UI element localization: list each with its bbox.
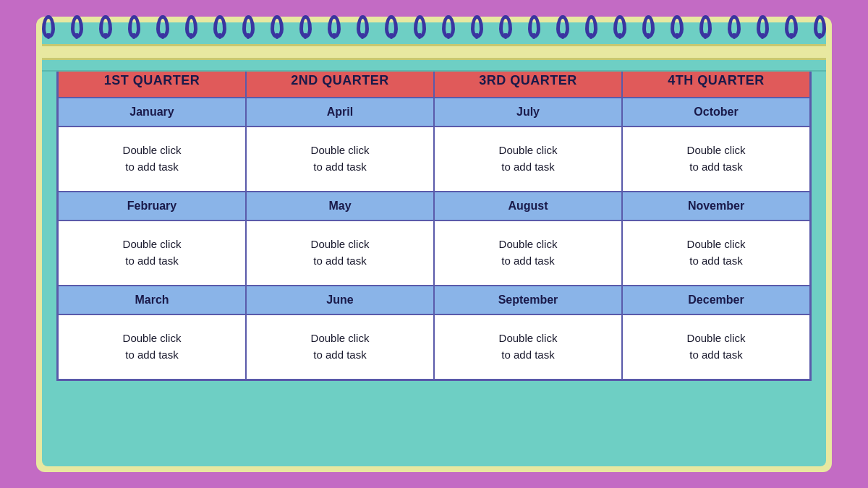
task-mar[interactable]: Double clickto add task bbox=[58, 314, 246, 380]
task-oct[interactable]: Double clickto add task bbox=[622, 127, 810, 192]
month-april: April bbox=[246, 98, 434, 127]
task-sep[interactable]: Double clickto add task bbox=[434, 314, 622, 380]
task-apr[interactable]: Double clickto add task bbox=[246, 127, 434, 192]
task-may[interactable]: Double clickto add task bbox=[246, 221, 434, 286]
month-october: October bbox=[622, 98, 810, 127]
task-feb[interactable]: Double clickto add task bbox=[58, 221, 246, 286]
spiral-4 bbox=[128, 15, 141, 38]
month-december: December bbox=[622, 286, 810, 314]
spiral-20 bbox=[585, 15, 598, 38]
spiral-9 bbox=[271, 15, 284, 38]
month-june: June bbox=[246, 286, 434, 314]
spiral-8 bbox=[242, 15, 255, 38]
month-may: May bbox=[246, 192, 434, 221]
spiral-1 bbox=[42, 15, 55, 38]
spiral-21 bbox=[613, 15, 626, 38]
month-november: November bbox=[622, 192, 810, 221]
spiral-11 bbox=[328, 15, 341, 38]
task-jul[interactable]: Double clickto add task bbox=[434, 127, 622, 192]
task-aug[interactable]: Double clickto add task bbox=[434, 221, 622, 286]
spiral-14 bbox=[414, 15, 427, 38]
month-january: January bbox=[58, 98, 246, 127]
spiral-15 bbox=[442, 15, 455, 38]
spiral-6 bbox=[185, 15, 198, 38]
spiral-band bbox=[42, 44, 826, 60]
spiral-26 bbox=[757, 15, 770, 38]
spiral-3 bbox=[99, 15, 112, 38]
yearly-planner-grid: 1ST QUARTER 2ND QUARTER 3RD QUARTER 4TH … bbox=[56, 62, 812, 381]
month-february: February bbox=[58, 192, 246, 221]
spiral-band-inner bbox=[42, 60, 826, 72]
month-july: July bbox=[434, 98, 622, 127]
spiral-16 bbox=[471, 15, 484, 38]
month-august: August bbox=[434, 192, 622, 221]
task-dec[interactable]: Double clickto add task bbox=[622, 314, 810, 380]
task-nov[interactable]: Double clickto add task bbox=[622, 221, 810, 286]
spiral-13 bbox=[385, 15, 398, 38]
month-march: March bbox=[58, 286, 246, 314]
spiral-22 bbox=[642, 15, 655, 38]
task-jun[interactable]: Double clickto add task bbox=[246, 314, 434, 380]
spiral-18 bbox=[528, 15, 541, 38]
spiral-25 bbox=[728, 15, 741, 38]
spiral-10 bbox=[299, 15, 312, 38]
spiral-28 bbox=[814, 15, 827, 38]
task-jan[interactable]: Double clickto add task bbox=[58, 127, 246, 192]
spiral-27 bbox=[785, 15, 798, 38]
spiral-24 bbox=[699, 15, 712, 38]
spiral-binding bbox=[42, 15, 826, 38]
notebook-outer: 1ST QUARTER 2ND QUARTER 3RD QUARTER 4TH … bbox=[36, 17, 832, 472]
spiral-17 bbox=[499, 15, 512, 38]
spiral-23 bbox=[671, 15, 684, 38]
notebook-inner: 1ST QUARTER 2ND QUARTER 3RD QUARTER 4TH … bbox=[42, 22, 826, 466]
spiral-2 bbox=[71, 15, 84, 38]
spiral-5 bbox=[156, 15, 169, 38]
spiral-19 bbox=[556, 15, 569, 38]
month-september: September bbox=[434, 286, 622, 314]
spiral-7 bbox=[213, 15, 226, 38]
spiral-12 bbox=[357, 15, 370, 38]
